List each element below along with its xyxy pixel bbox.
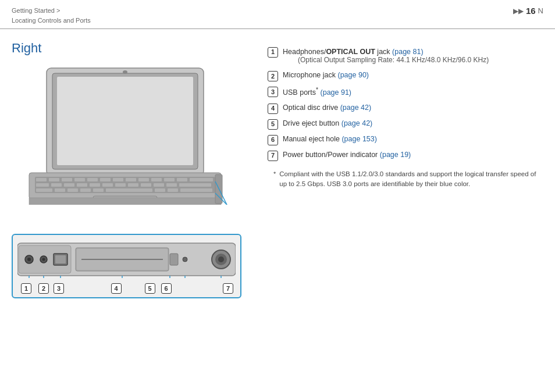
list-item: 4 Optical disc drive (page 42) (268, 103, 543, 114)
svg-point-50 (42, 258, 45, 261)
strip-label-1: 1 (21, 283, 31, 294)
footnote-star: * (273, 169, 276, 190)
strip-label-3: 3 (54, 283, 64, 294)
section-title: Right (12, 41, 256, 56)
svg-rect-56 (170, 254, 178, 265)
page-label: N (538, 6, 543, 15)
item-text-3: USB ports* (page 91) (283, 86, 351, 98)
footnote-row: * Compliant with the USB 1.1/2.0/3.0 sta… (273, 169, 543, 190)
svg-point-48 (27, 258, 31, 261)
strip-labels-row: 1 2 3 4 5 (17, 283, 236, 294)
list-item: 2 Microphone jack (page 90) (268, 70, 543, 81)
right-panel: 1 Headphones/OPTICAL OUT jack (page 81) … (268, 41, 543, 298)
list-item: 3 USB ports* (page 91) (268, 86, 543, 98)
page-link-19[interactable]: (page 19) (380, 151, 411, 159)
page-link-81[interactable]: (page 81) (392, 48, 424, 56)
svg-rect-25 (115, 183, 126, 187)
svg-rect-28 (154, 183, 164, 187)
item-number-3: 3 (268, 87, 278, 97)
page-link-42a[interactable]: (page 42) (340, 104, 372, 112)
svg-point-3 (123, 70, 127, 74)
svg-rect-23 (90, 183, 100, 187)
svg-rect-39 (180, 188, 212, 192)
svg-rect-19 (36, 183, 49, 187)
item-text-1: Headphones/OPTICAL OUT jack (page 81) (283, 48, 424, 56)
svg-rect-26 (128, 183, 138, 187)
page-header: Getting Started > Locating Controls and … (0, 0, 555, 29)
item-text-5: Drive eject button (page 42) (283, 119, 372, 129)
strip-label-7: 7 (223, 283, 233, 294)
port-detail-strip: 1 2 3 4 5 (12, 234, 241, 298)
breadcrumb: Getting Started > Locating Controls and … (12, 6, 91, 25)
svg-rect-18 (190, 178, 213, 181)
item-text-2: Microphone jack (page 90) (283, 70, 369, 81)
page-link-42b[interactable]: (page 42) (341, 119, 373, 127)
footnote: * Compliant with the USB 1.1/2.0/3.0 sta… (268, 169, 543, 190)
svg-rect-24 (102, 183, 113, 187)
list-item: 5 Drive eject button (page 42) (268, 119, 543, 130)
svg-rect-34 (80, 188, 91, 192)
svg-rect-6 (36, 178, 47, 181)
svg-rect-14 (138, 178, 149, 181)
svg-rect-31 (36, 188, 52, 192)
strip-label-4: 4 (111, 283, 122, 294)
svg-rect-20 (51, 183, 62, 187)
svg-rect-33 (67, 188, 78, 192)
strip-label-5: 5 (145, 283, 155, 294)
item-number-6: 6 (268, 135, 278, 145)
svg-rect-22 (77, 183, 87, 187)
svg-rect-9 (74, 178, 85, 181)
page-number: 16 (526, 6, 536, 16)
svg-rect-35 (93, 188, 104, 192)
laptop-svg (17, 65, 239, 205)
svg-rect-8 (62, 178, 72, 181)
main-content: Right (0, 29, 555, 304)
item-number-5: 5 (268, 119, 278, 130)
strip-label-6: 6 (161, 283, 172, 294)
svg-rect-2 (57, 77, 193, 165)
svg-point-57 (183, 257, 187, 262)
strip-label-2: 2 (38, 283, 49, 294)
svg-rect-7 (49, 178, 59, 181)
footnote-text: Compliant with the USB 1.1/2.0/3.0 stand… (279, 169, 543, 190)
svg-rect-29 (166, 183, 177, 187)
list-item: 7 Power button/Power indicator (page 19) (268, 150, 543, 161)
svg-rect-16 (164, 178, 175, 181)
item-text-7: Power button/Power indicator (page 19) (283, 150, 411, 161)
svg-rect-10 (87, 178, 98, 181)
description-list: 1 Headphones/OPTICAL OUT jack (page 81) … (268, 47, 543, 161)
item-number-2: 2 (268, 71, 278, 81)
port-strip-svg (17, 238, 236, 280)
list-item: 6 Manual eject hole (page 153) (268, 134, 543, 145)
svg-rect-27 (141, 183, 151, 187)
superscript-star: * (316, 87, 318, 93)
svg-rect-12 (113, 178, 123, 181)
svg-rect-11 (100, 178, 111, 181)
svg-rect-36 (106, 188, 152, 192)
page-link-153[interactable]: (page 153) (341, 135, 376, 143)
page-link-90[interactable]: (page 90) (338, 71, 369, 79)
page-link-91[interactable]: (page 91) (321, 88, 352, 97)
item-number-1: 1 (268, 47, 278, 58)
arrow-icon: ▶▶ (513, 7, 524, 15)
svg-rect-21 (64, 183, 74, 187)
svg-rect-30 (179, 183, 211, 187)
laptop-illustration (12, 65, 244, 228)
svg-rect-37 (155, 188, 165, 192)
svg-rect-52 (55, 255, 66, 263)
item-number-7: 7 (268, 151, 278, 161)
svg-rect-41 (29, 198, 221, 205)
item-subtext-1: (Optical Output Sampling Rate: 44.1 KHz/… (298, 55, 489, 65)
svg-point-60 (218, 256, 224, 262)
svg-rect-38 (168, 188, 178, 192)
item-text-4: Optical disc drive (page 42) (283, 103, 371, 113)
item-number-4: 4 (268, 104, 278, 114)
svg-rect-15 (151, 178, 162, 181)
left-panel: Right (12, 41, 256, 298)
svg-rect-17 (177, 178, 187, 181)
svg-rect-13 (126, 178, 136, 181)
page-number-area: ▶▶ 16 N (513, 6, 543, 16)
list-item: 1 Headphones/OPTICAL OUT jack (page 81) … (268, 47, 543, 66)
item-text-6: Manual eject hole (page 153) (283, 134, 377, 145)
svg-rect-32 (55, 188, 65, 192)
